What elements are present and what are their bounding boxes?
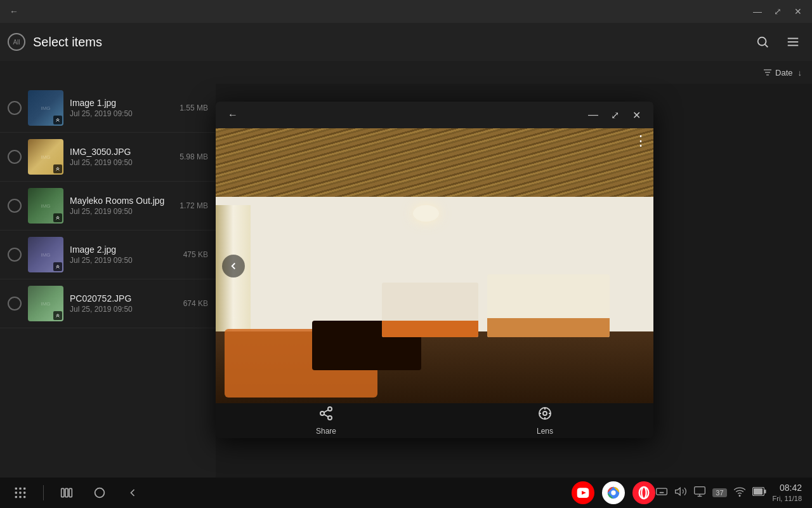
svg-rect-22 <box>15 491 17 493</box>
minimize-button[interactable]: — <box>749 3 766 20</box>
header-left: All Select items <box>8 33 102 51</box>
time-display: 08:42 <box>773 482 802 495</box>
file-name-3: Image 2.jpg <box>70 244 177 255</box>
svg-point-32 <box>612 490 616 495</box>
svg-rect-29 <box>65 488 68 497</box>
svg-rect-20 <box>19 488 21 490</box>
titlebar-left: ← <box>5 3 23 20</box>
screen-icon[interactable] <box>693 485 706 500</box>
viewer-minimize-button[interactable]: — <box>584 105 603 124</box>
thumb-overlay-1 <box>53 164 62 173</box>
file-date-3: Jul 25, 2019 09:50 <box>70 256 177 265</box>
volume-icon[interactable] <box>674 485 687 500</box>
file-radio-0[interactable] <box>8 101 22 115</box>
viewer-title-controls: — ⤢ ✕ <box>584 105 646 124</box>
file-info-3: Image 2.jpg Jul 25, 2019 09:50 <box>70 244 177 265</box>
svg-point-14 <box>543 411 547 415</box>
svg-rect-24 <box>23 491 25 493</box>
file-size-3: 475 KB <box>183 250 208 259</box>
svg-point-34 <box>642 487 646 498</box>
file-item[interactable]: IMG Mayleko Rooms Out.jpg Jul 25, 2019 0… <box>0 182 216 231</box>
battery-icon <box>752 486 766 499</box>
menu-button[interactable] <box>782 30 804 53</box>
close-button[interactable]: ✕ <box>789 3 807 20</box>
file-name-0: Image 1.jpg <box>70 98 173 108</box>
svg-rect-25 <box>15 496 17 498</box>
app-header: All Select items <box>0 23 812 61</box>
file-radio-4[interactable] <box>8 297 22 311</box>
share-label: Share <box>316 427 336 436</box>
image-viewer: ← — ⤢ ✕ <box>216 102 653 438</box>
svg-rect-19 <box>15 488 17 490</box>
taskbar: 37 08:42 Fri, 11/18 <box>0 478 812 508</box>
home-button[interactable] <box>89 483 110 503</box>
viewer-prev-button[interactable] <box>222 255 245 277</box>
file-size-4: 674 KB <box>183 299 208 308</box>
viewer-back-button[interactable]: ← <box>223 105 242 124</box>
file-item[interactable]: IMG PC020752.JPG Jul 25, 2019 09:50 674 … <box>0 279 216 328</box>
taskbar-left <box>10 483 572 503</box>
lens-button[interactable]: Lens <box>537 406 553 436</box>
file-item[interactable]: IMG Image 2.jpg Jul 25, 2019 09:50 475 K… <box>0 231 216 279</box>
wifi-icon[interactable] <box>733 485 746 500</box>
app-grid-button[interactable] <box>10 483 30 503</box>
thumb-overlay-0 <box>53 116 62 124</box>
file-thumbnail-1: IMG <box>28 139 63 175</box>
bed-1 <box>382 283 478 338</box>
search-button[interactable] <box>751 30 774 53</box>
svg-rect-35 <box>657 488 667 495</box>
back-button[interactable] <box>122 483 143 503</box>
file-thumbnail-4: IMG <box>28 286 63 321</box>
lens-icon <box>537 406 553 424</box>
viewer-titlebar: ← — ⤢ ✕ <box>216 102 653 128</box>
file-date-1: Jul 25, 2019 09:50 <box>70 158 173 167</box>
taskbar-right: 37 08:42 Fri, 11/18 <box>655 482 802 504</box>
back-button[interactable]: ← <box>5 3 23 20</box>
date-display: Fri, 11/18 <box>773 494 802 504</box>
svg-line-11 <box>324 415 329 417</box>
file-radio-2[interactable] <box>8 199 22 213</box>
file-thumbnail-2: IMG <box>28 188 63 224</box>
viewer-close-button[interactable]: ✕ <box>627 105 646 124</box>
opera-icon[interactable] <box>632 481 655 504</box>
share-button[interactable]: Share <box>316 406 336 436</box>
file-radio-1[interactable] <box>8 150 22 164</box>
sort-options-button[interactable]: Date <box>763 67 792 77</box>
keyboard-icon[interactable] <box>655 485 668 500</box>
sort-label: Date <box>775 68 792 77</box>
file-list: IMG Image 1.jpg Jul 25, 2019 09:50 1.55 … <box>0 84 216 478</box>
sort-direction-icon[interactable]: ↓ <box>798 68 802 77</box>
svg-rect-42 <box>695 486 705 494</box>
svg-rect-26 <box>19 496 21 498</box>
viewer-image <box>216 128 653 403</box>
svg-rect-48 <box>754 488 763 495</box>
notification-badge: 37 <box>712 488 726 497</box>
svg-marker-41 <box>676 488 681 495</box>
file-item[interactable]: IMG IMG_3050.JPG Jul 25, 2019 09:50 5.98… <box>0 133 216 182</box>
file-info-0: Image 1.jpg Jul 25, 2019 09:50 <box>70 98 173 118</box>
photos-icon[interactable] <box>602 481 625 504</box>
file-info-4: PC020752.JPG Jul 25, 2019 09:50 <box>70 293 177 314</box>
select-all-circle[interactable]: All <box>8 33 25 51</box>
sort-bar: Date ↓ <box>0 61 812 84</box>
svg-rect-21 <box>23 488 25 490</box>
file-size-1: 5.98 MB <box>180 152 208 161</box>
svg-point-9 <box>320 411 324 415</box>
file-item[interactable]: IMG Image 1.jpg Jul 25, 2019 09:50 1.55 … <box>0 84 216 133</box>
taskbar-time: 08:42 Fri, 11/18 <box>773 482 802 504</box>
svg-rect-27 <box>23 496 25 498</box>
bed-2-runner <box>487 318 610 337</box>
taskbar-center <box>572 481 655 504</box>
viewer-expand-button[interactable]: ⤢ <box>605 105 624 124</box>
titlebar-controls: — ⤢ ✕ <box>749 3 807 20</box>
lens-label: Lens <box>537 427 553 436</box>
svg-point-45 <box>739 495 740 497</box>
viewer-more-button[interactable]: ⋮ <box>631 131 651 151</box>
file-radio-3[interactable] <box>8 248 22 262</box>
restore-button[interactable]: ⤢ <box>769 3 787 20</box>
svg-rect-47 <box>764 490 766 493</box>
file-name-1: IMG_3050.JPG <box>70 147 173 157</box>
recent-apps-button[interactable] <box>56 483 77 503</box>
youtube-icon[interactable] <box>572 481 594 504</box>
svg-point-10 <box>328 416 332 420</box>
